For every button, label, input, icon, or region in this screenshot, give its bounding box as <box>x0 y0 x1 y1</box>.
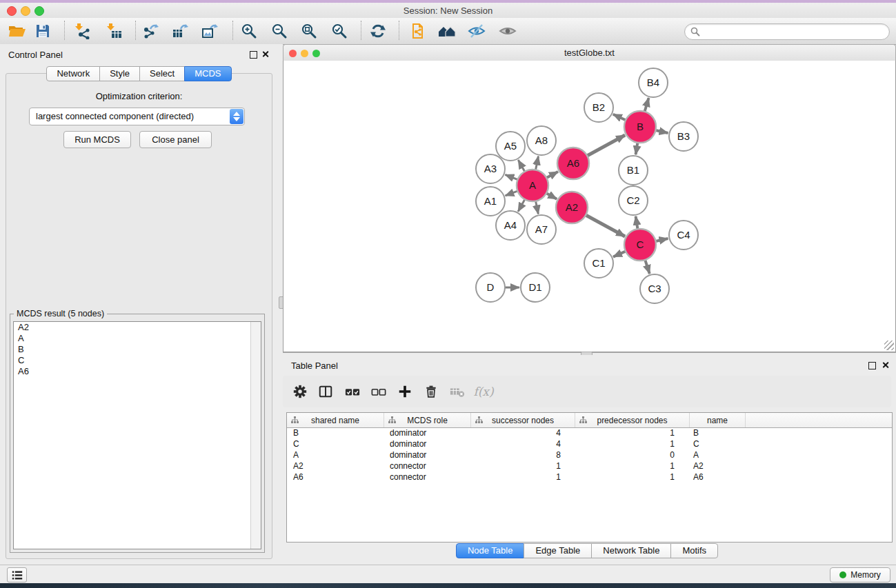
zoom-selected-button[interactable] <box>327 19 352 43</box>
table-row[interactable]: Cdominator41C <box>287 438 892 449</box>
column-header-predecessor-nodes[interactable]: predecessor nodes <box>575 413 690 427</box>
cell-shared-name[interactable]: A2 <box>287 460 384 472</box>
cell-successor-nodes[interactable]: 4 <box>470 427 573 438</box>
cell-name[interactable]: B <box>687 427 742 438</box>
graph-node-A8[interactable]: A8 <box>527 126 556 155</box>
toolbar-search-field[interactable] <box>684 23 890 40</box>
create-column-button[interactable] <box>393 380 417 403</box>
tab-style[interactable]: Style <box>99 66 140 81</box>
graph-node-A[interactable]: A <box>517 170 548 201</box>
tab-mcds[interactable]: MCDS <box>184 66 231 81</box>
cell-successor-nodes[interactable]: 4 <box>470 438 573 449</box>
select-all-columns-button[interactable] <box>341 380 364 403</box>
cell-mcds-role[interactable]: connector <box>384 472 470 483</box>
cell-predecessor-nodes[interactable]: 1 <box>573 460 687 472</box>
cell-shared-name[interactable]: C <box>287 438 384 449</box>
graph-node-B[interactable]: B <box>624 111 656 143</box>
float-panel-icon[interactable] <box>868 362 876 369</box>
show-hidden-button[interactable] <box>495 19 520 43</box>
table-row[interactable]: A6connector11A6 <box>287 472 892 483</box>
graph-node-A2[interactable]: A2 <box>556 192 588 223</box>
cell-name[interactable]: A6 <box>687 472 742 483</box>
cell-successor-nodes[interactable]: 1 <box>470 460 573 472</box>
cell-shared-name[interactable]: A <box>287 449 384 460</box>
graph-node-B1[interactable]: B1 <box>619 156 648 185</box>
graph-node-B4[interactable]: B4 <box>639 68 668 97</box>
tab-network[interactable]: Network <box>46 66 100 81</box>
list-scrollbar[interactable] <box>250 322 261 549</box>
mcds-result-item[interactable]: A6 <box>14 366 250 377</box>
tab-motifs[interactable]: Motifs <box>670 543 718 558</box>
delete-column-button[interactable] <box>419 380 443 403</box>
export-image-button[interactable] <box>197 19 222 43</box>
cell-name[interactable]: A <box>687 449 742 460</box>
cell-predecessor-nodes[interactable]: 1 <box>573 427 687 438</box>
graph-node-A1[interactable]: A1 <box>476 187 505 216</box>
cell-successor-nodes[interactable]: 1 <box>470 472 573 483</box>
export-table-button[interactable] <box>168 19 192 43</box>
graph-node-A5[interactable]: A5 <box>496 132 525 161</box>
hide-selected-button[interactable] <box>464 19 489 43</box>
mcds-result-item[interactable]: C <box>14 355 250 366</box>
cell-successor-nodes[interactable]: 8 <box>470 449 573 460</box>
mcds-result-item[interactable]: B <box>14 344 250 355</box>
zoom-in-button[interactable] <box>237 19 261 43</box>
open-session-button[interactable] <box>5 19 30 43</box>
graph-node-D1[interactable]: D1 <box>521 273 550 302</box>
graph-node-A7[interactable]: A7 <box>527 215 556 244</box>
tab-node-table[interactable]: Node Table <box>456 543 525 558</box>
graph-node-A4[interactable]: A4 <box>496 211 525 240</box>
cell-name[interactable]: A2 <box>687 460 742 472</box>
graph-node-A6[interactable]: A6 <box>557 148 589 179</box>
mcds-result-item[interactable]: A2 <box>14 322 250 333</box>
cell-predecessor-nodes[interactable]: 1 <box>573 438 687 449</box>
close-panel-icon[interactable] <box>882 361 889 369</box>
cell-shared-name[interactable]: A6 <box>287 472 384 483</box>
memory-button[interactable]: Memory <box>830 567 890 582</box>
graph-node-B3[interactable]: B3 <box>669 122 698 151</box>
show-columns-button[interactable] <box>314 380 337 403</box>
cell-predecessor-nodes[interactable]: 1 <box>573 472 687 483</box>
network-from-selection-button[interactable] <box>406 19 430 43</box>
table-row[interactable]: Bdominator41B <box>287 427 892 438</box>
vertical-splitter[interactable] <box>278 44 283 565</box>
cell-shared-name[interactable]: B <box>287 427 384 438</box>
graph-node-B2[interactable]: B2 <box>584 93 613 122</box>
import-table-button[interactable] <box>102 19 127 43</box>
cell-mcds-role[interactable]: connector <box>384 460 470 472</box>
tab-network-table[interactable]: Network Table <box>591 543 671 558</box>
zoom-out-button[interactable] <box>267 19 292 43</box>
table-row[interactable]: A2connector11A2 <box>287 460 892 472</box>
refresh-button[interactable] <box>366 19 390 43</box>
table-row[interactable]: Adominator80A <box>287 449 892 460</box>
cell-name[interactable]: C <box>687 438 742 449</box>
column-header-name[interactable]: name <box>690 413 746 427</box>
column-header-successor-nodes[interactable]: successor nodes <box>471 413 575 427</box>
export-network-button[interactable] <box>138 19 163 43</box>
cell-mcds-role[interactable]: dominator <box>384 427 470 438</box>
run-mcds-button[interactable]: Run MCDS <box>63 131 131 148</box>
mcds-result-item[interactable]: A <box>14 333 250 344</box>
deselect-all-columns-button[interactable] <box>367 380 390 403</box>
graph-node-C4[interactable]: C4 <box>669 221 698 250</box>
zoom-fit-button[interactable] <box>297 19 321 43</box>
cell-mcds-role[interactable]: dominator <box>384 449 470 460</box>
network-canvas[interactable]: B4B2BB3B1A5A8A6A3AA1A2C2A4A7CC4C1C3DD1 <box>283 61 896 352</box>
network-window-titlebar[interactable]: testGlobe.txt <box>283 44 896 62</box>
column-header-shared-name[interactable]: shared name <box>287 413 384 427</box>
search-input[interactable] <box>703 25 885 39</box>
save-session-button[interactable] <box>30 19 55 43</box>
graph-node-C3[interactable]: C3 <box>640 274 669 303</box>
graph-node-D[interactable]: D <box>476 273 505 302</box>
graph-node-C1[interactable]: C1 <box>584 249 613 278</box>
show-panels-button[interactable] <box>7 567 27 582</box>
table-settings-button[interactable] <box>288 380 312 403</box>
optimization-criterion-select[interactable]: largest connected component (directed) <box>29 108 245 125</box>
tab-edge-table[interactable]: Edge Table <box>524 543 592 558</box>
column-header-mcds-role[interactable]: MCDS role <box>384 413 471 427</box>
tab-select[interactable]: Select <box>139 66 185 81</box>
float-panel-icon[interactable] <box>250 51 257 59</box>
graph-node-C2[interactable]: C2 <box>619 186 648 215</box>
cell-mcds-role[interactable]: dominator <box>384 438 470 449</box>
import-network-button[interactable] <box>70 19 95 43</box>
